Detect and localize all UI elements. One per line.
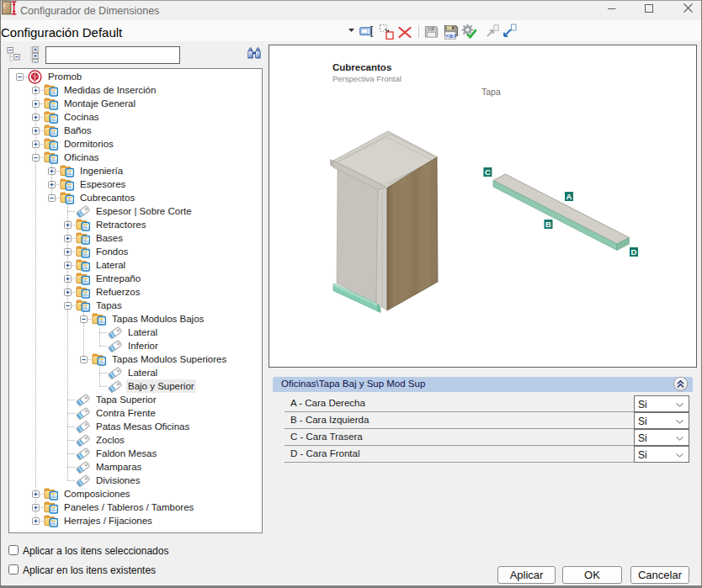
svg-text:<a>: <a> [445,32,457,40]
svg-text:C: C [485,167,491,177]
svg-text:B: B [545,220,551,229]
svg-text:A: A [566,192,572,201]
svg-text:D: D [631,247,637,257]
